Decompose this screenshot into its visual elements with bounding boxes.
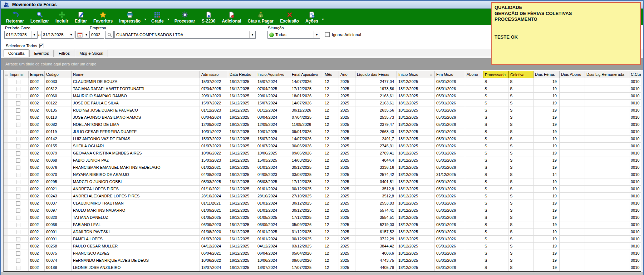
table-row[interactable]: 000200243ANDREI ALEXANDRE LOPES PIRES28/… <box>4 193 641 200</box>
imprimir-checkbox[interactable] <box>16 137 20 141</box>
empresa-select[interactable]: GUARAETA COMPENSADOS LTDA ▼ <box>114 31 256 39</box>
chevron-down-icon[interactable]: ▼ <box>249 31 255 38</box>
imprimir-checkbox[interactable] <box>16 173 20 177</box>
column-header-empres[interactable]: Empres <box>29 71 45 78</box>
table-row[interactable]: 000200097PAULO MARTINS NABARRO01/09/2021… <box>4 207 641 214</box>
column-header-dias_ferias[interactable]: Dias Férias <box>534 71 560 78</box>
toolbar-button-acoes[interactable]: Ações <box>302 9 321 25</box>
imprimir-checkbox[interactable] <box>16 80 20 84</box>
column-header-fim_gozo[interactable]: Fim Gozo <box>435 71 465 78</box>
table-row[interactable]: 000200320TATIANA DANELUZ01/05/202516/12/… <box>4 214 641 221</box>
column-header-abono[interactable]: Abono <box>465 71 483 78</box>
calendar-button[interactable]: 30 <box>75 31 84 39</box>
column-header-inicio_aq[interactable]: Inicio Aquisitivo <box>256 71 290 78</box>
imprimir-checkbox[interactable] <box>16 166 20 170</box>
toolbar-button-grade[interactable]: Grade <box>148 9 167 25</box>
imprimir-checkbox[interactable] <box>16 144 20 148</box>
table-row[interactable]: 000200068FABIO JUNIOR PAZ15/03/202316/12… <box>4 157 641 164</box>
tab-filtros[interactable]: Filtros <box>54 50 74 57</box>
imprimir-checkbox[interactable] <box>16 194 20 198</box>
column-header-liquido[interactable]: Líquido das Férias <box>355 71 397 78</box>
imprimir-checkbox[interactable] <box>16 237 20 241</box>
imprimir-checkbox[interactable] <box>16 87 20 91</box>
table-row[interactable]: 000200091PAMELA LOPES01/07/202016/12/202… <box>4 236 641 243</box>
toolbar-button-retornar[interactable]: Retornar <box>3 9 27 25</box>
imprimir-checkbox[interactable] <box>16 158 20 163</box>
imprimir-checkbox[interactable] <box>16 180 20 184</box>
imprimir-checkbox[interactable] <box>16 94 20 98</box>
column-header-data_recibo[interactable]: Data Recibo <box>228 71 256 78</box>
toolbar-button-processar[interactable]: Processar <box>171 9 198 25</box>
column-header-coletiva[interactable]: Coletiva <box>508 71 534 78</box>
empresa-code-input[interactable]: 0002 <box>89 31 104 39</box>
table-row[interactable]: 000200258PAULO CESAR MULLER04/12/202416/… <box>4 243 641 250</box>
imprimir-checkbox[interactable] <box>16 108 20 113</box>
toolbar-button-favoritos[interactable]: Favoritos <box>90 9 116 25</box>
imprimir-checkbox[interactable] <box>16 116 20 120</box>
select-all-checkbox[interactable] <box>39 44 44 48</box>
toolbar-button-impressao[interactable]: Impressão <box>116 9 144 25</box>
table-row[interactable]: 000200070NAYARA RIBEIRO DE ARAUJO04/08/2… <box>4 171 641 178</box>
imprimir-checkbox[interactable] <box>16 223 20 227</box>
imprimir-checkbox[interactable] <box>16 201 20 206</box>
tab-msg-esocial[interactable]: Msg e-Social <box>75 50 108 57</box>
toolbar-button-s2230[interactable]: S-2230 <box>198 9 219 25</box>
table-row[interactable]: 000200037CLAUDIOMIRO TRAUTMAN01/11/20211… <box>4 200 641 207</box>
table-row[interactable]: 000200119JULIO CESAR FERREIRA DUARTE10/0… <box>4 128 641 136</box>
toolbar-button-editar[interactable]: Editar <box>72 9 90 25</box>
chevron-down-icon[interactable]: ▼ <box>31 31 37 38</box>
toolbar-button-incluir[interactable]: Incluir <box>52 9 72 25</box>
toolbar-button-localizar[interactable]: Localizar <box>27 9 52 25</box>
imprimir-checkbox[interactable] <box>16 266 20 270</box>
imprimir-checkbox[interactable] <box>16 151 20 156</box>
table-row[interactable]: 000200060MAURICIO SAMPAIO RAMBO20/01/202… <box>4 93 641 100</box>
toolbar-dropdown-acoes[interactable]: ▼ <box>321 18 324 21</box>
toolbar-button-adicional[interactable]: Adicional <box>218 9 244 25</box>
toolbar-button-ctasapagar[interactable]: $Ctas a Pagar <box>244 9 277 25</box>
table-row[interactable]: 000200021ANDREZA LOPES PIRES01/10/202116… <box>4 186 641 193</box>
imprimir-checkbox[interactable] <box>16 130 20 134</box>
column-header-imprimir[interactable]: Imprimir <box>8 71 29 78</box>
imprimir-checkbox[interactable] <box>16 216 20 220</box>
table-row[interactable]: 000200135RUDINEI JOSE DUARTE PACHECO01/1… <box>4 107 641 114</box>
column-header-indicator[interactable] <box>4 71 8 78</box>
periodo-to-select[interactable]: 31/12/2025 ▼ <box>41 31 74 39</box>
column-header-mes[interactable]: Mês <box>323 71 339 78</box>
column-header-dias_abono[interactable]: Dias Abono <box>560 71 585 78</box>
ignora-adicional-checkbox[interactable] <box>325 32 330 37</box>
imprimir-checkbox[interactable] <box>16 123 20 127</box>
table-row[interactable]: 000200033CLAUDEMIR DE SOUZA15/07/202216/… <box>4 78 641 85</box>
imprimir-checkbox[interactable] <box>16 230 20 234</box>
imprimir-checkbox[interactable] <box>16 101 20 105</box>
column-header-final_aq[interactable]: Final Aquisitivo <box>290 71 323 78</box>
table-row[interactable]: 000200079GEOVANA CRISTINA MENDES AIRES10… <box>4 150 641 157</box>
table-row[interactable]: 000200295MARCELO JUNIOR GOBBI05/03/20251… <box>4 178 641 186</box>
toolbar-dropdown-grade[interactable]: ▼ <box>167 18 170 21</box>
table-row[interactable]: 000200188LEONIR JOSE ANZILEIRO18/07/2024… <box>4 264 641 271</box>
calendar-dropdown[interactable]: ▼ <box>84 31 89 39</box>
table-row[interactable]: 000200122JOSE DE PAULA E SILVA15/07/2022… <box>4 100 641 107</box>
imprimir-checkbox[interactable] <box>16 244 20 249</box>
chevron-down-icon[interactable]: ▼ <box>68 31 74 38</box>
sticky-note[interactable]: QUALIDADEGERAÇÃO DE FÉRIAS COLETIVASPROC… <box>491 2 641 65</box>
column-header-ano[interactable]: Ano <box>339 71 355 78</box>
chevron-down-icon[interactable]: ▼ <box>314 31 320 38</box>
column-header-admissao[interactable]: Admissão <box>200 71 228 78</box>
empresa-search-button[interactable] <box>105 31 114 39</box>
situacao-select[interactable]: Todas ▼ <box>267 31 320 39</box>
imprimir-checkbox[interactable] <box>16 208 20 213</box>
column-header-codigo[interactable]: Código <box>45 71 72 78</box>
table-row[interactable]: 000200076FRANCISMAR EMANUEL MARTINS VEDE… <box>4 164 641 171</box>
column-header-dias_lic[interactable]: Dias Liç.Remunerada <box>585 71 629 78</box>
table-row[interactable]: 000200118JOSE AFONSO BRASILIANO RAMOS08/… <box>4 114 641 121</box>
column-header-ccusto[interactable]: C.Cus <box>629 71 641 78</box>
column-header-processada[interactable]: Processada <box>483 71 508 78</box>
toolbar-button-exclusao[interactable]: Exclusão <box>277 9 302 25</box>
table-row[interactable]: 000200142LUIZ ANTONIO VAZ DE FARIAS15/07… <box>4 136 641 143</box>
table-row[interactable]: 000200312TACIANA RAFAELA WITT FORTUNATTI… <box>4 85 641 93</box>
tab-consulta[interactable]: Consulta <box>4 49 29 57</box>
imprimir-checkbox[interactable] <box>16 187 20 191</box>
tab-eventos[interactable]: Eventos <box>29 50 54 57</box>
toolbar-dropdown-impressao[interactable]: ▼ <box>144 18 147 21</box>
table-row[interactable]: 000200075FRANCISCO ALVES06/04/202116/12/… <box>4 250 641 257</box>
